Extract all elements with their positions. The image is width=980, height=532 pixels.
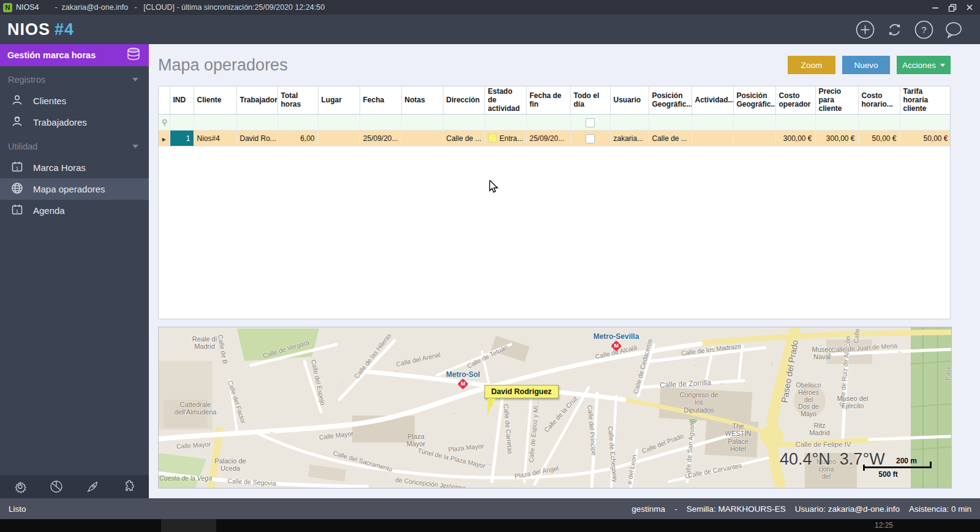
filter-cell-18[interactable] xyxy=(900,115,951,131)
row-cell-8[interactable]: Entra... xyxy=(484,131,526,146)
filter-cell-9[interactable] xyxy=(526,115,570,131)
column-header-3[interactable]: Total horas xyxy=(277,86,318,115)
sidebar-item-clientes[interactable]: Clientes xyxy=(0,90,149,112)
row-cell-11[interactable]: zakaria... xyxy=(610,131,649,146)
column-header-15[interactable]: Costo operador xyxy=(775,86,815,115)
scale-metric: 200 m xyxy=(863,457,932,465)
column-header-13[interactable]: Actividad... xyxy=(692,86,733,115)
records-grid[interactable]: INDClienteTrabajadorTotal horasLugarFech… xyxy=(158,86,951,319)
settings-gear-icon[interactable] xyxy=(12,479,28,495)
acciones-button[interactable]: Acciones xyxy=(897,56,951,74)
row-cell-18[interactable]: 50,00 € xyxy=(900,131,951,146)
row-expander-icon: ▶ xyxy=(162,137,166,142)
metro-station-label: Metro-Sevilla xyxy=(594,332,639,341)
filter-checkbox[interactable] xyxy=(586,118,595,127)
column-header-7[interactable]: Dirección xyxy=(443,86,484,115)
column-header-16[interactable]: Precio para cliente xyxy=(815,86,858,115)
pie-chart-icon[interactable] xyxy=(48,479,64,495)
filter-cell-6[interactable] xyxy=(401,115,443,131)
sidebar-section-utilidad[interactable]: Utilidad xyxy=(0,136,149,157)
row-cell-5[interactable]: 25/09/20... xyxy=(360,131,401,146)
column-header-0[interactable]: IND xyxy=(170,86,194,115)
metro-icon: M xyxy=(458,378,469,389)
filter-cell-1[interactable] xyxy=(194,115,236,131)
sidebar-section-registros[interactable]: Registros xyxy=(0,69,149,90)
column-header-5[interactable]: Fecha xyxy=(360,86,401,115)
sidebar-item-mapa-operadores[interactable]: Mapa operadores xyxy=(0,178,149,200)
row-cell-ind[interactable]: 1 xyxy=(170,131,194,146)
filter-cell-15[interactable] xyxy=(775,115,815,131)
filter-cell-13[interactable] xyxy=(692,115,733,131)
column-header-11[interactable]: Usuario xyxy=(610,86,649,115)
row-cell-6[interactable] xyxy=(401,131,443,146)
column-header-6[interactable]: Notas xyxy=(401,86,443,115)
filter-cell-4[interactable] xyxy=(318,115,360,131)
filter-cell-3[interactable] xyxy=(277,115,318,131)
column-header-17[interactable]: Costo horario... xyxy=(858,86,900,115)
row-cell-10[interactable] xyxy=(570,131,610,146)
row-cell-14[interactable] xyxy=(733,131,775,146)
puzzle-icon[interactable] xyxy=(121,479,137,495)
page-title: Mapa operadores xyxy=(158,56,781,75)
column-header-10[interactable]: Todo el día xyxy=(570,86,610,115)
filter-cell-0[interactable] xyxy=(170,115,194,131)
filter-cell-12[interactable] xyxy=(649,115,692,131)
sidebar-module-header[interactable]: Gestión marca horas xyxy=(0,44,149,66)
table-row[interactable]: ▶1Nios#4David Ro...6,0025/09/20...Calle … xyxy=(159,131,951,146)
filter-cell-16[interactable] xyxy=(815,115,858,131)
row-cell-4[interactable] xyxy=(318,131,360,146)
filter-cell-5[interactable] xyxy=(360,115,401,131)
filter-cell-7[interactable] xyxy=(443,115,484,131)
taskbar-clock: 12:25 xyxy=(875,521,893,530)
row-cell-3[interactable]: 6,00 xyxy=(277,131,318,146)
help-icon[interactable]: ? xyxy=(914,20,933,39)
filter-cell-17[interactable] xyxy=(858,115,900,131)
row-cell-15[interactable]: 300,00 € xyxy=(775,131,815,146)
taskbar-app-button[interactable] xyxy=(161,519,216,532)
filter-cell-10[interactable] xyxy=(570,115,610,131)
row-cell-7[interactable]: Calle de ... xyxy=(443,131,484,146)
column-header-9[interactable]: Fecha de fin xyxy=(526,86,570,115)
minimize-button[interactable] xyxy=(931,3,940,12)
row-cell-1[interactable]: Nios#4 xyxy=(194,131,236,146)
rocket-icon[interactable] xyxy=(85,479,100,495)
restore-button[interactable] xyxy=(948,3,957,12)
column-header-14[interactable]: Posición Geográfic... xyxy=(733,86,775,115)
filter-cell-2[interactable] xyxy=(236,115,277,131)
main-content: Mapa operadores Zoom Nuevo Acciones INDC… xyxy=(149,44,980,498)
sidebar-item-trabajadores[interactable]: Trabajadores xyxy=(0,112,149,133)
chat-icon[interactable] xyxy=(944,20,963,39)
row-expander[interactable]: ▶ xyxy=(159,131,170,146)
operator-marker[interactable]: David Rodriguez xyxy=(484,385,559,398)
column-header-8[interactable]: Estado de actividad xyxy=(484,86,526,115)
nuevo-button[interactable]: Nuevo xyxy=(842,56,890,74)
metro-station: Metro-SolM xyxy=(446,370,480,388)
column-header-2[interactable]: Trabajador xyxy=(236,86,277,115)
filter-cell-14[interactable] xyxy=(733,115,775,131)
row-cell-17[interactable]: 50,00 € xyxy=(858,131,900,146)
row-cell-12[interactable]: Calle de ... xyxy=(649,131,692,146)
person-icon xyxy=(10,93,24,108)
sync-icon[interactable] xyxy=(885,20,904,39)
os-taskbar[interactable]: 12:25 xyxy=(0,519,980,532)
close-button[interactable] xyxy=(965,3,974,12)
row-cell-16[interactable]: 300,00 € xyxy=(815,131,858,146)
add-icon[interactable] xyxy=(856,20,875,39)
filter-row-cell[interactable]: ⚲ xyxy=(159,115,170,131)
window-titlebar[interactable]: N NIOS4 - zakaria@d-one.info - [CLOUD] -… xyxy=(0,0,980,15)
column-header-12[interactable]: Posición Geográfic... xyxy=(649,86,692,115)
todo-el-dia-checkbox[interactable] xyxy=(586,134,595,143)
row-cell-2[interactable]: David Ro... xyxy=(236,131,277,146)
row-cell-9[interactable]: 25/09/20... xyxy=(526,131,570,146)
column-header-4[interactable]: Lugar xyxy=(318,86,360,115)
sidebar-item-agenda[interactable]: 1 Agenda xyxy=(0,200,149,221)
row-cell-13[interactable] xyxy=(692,131,733,146)
operators-map[interactable]: ←←←→←←→↑→←↓↑Reale di MadridCattedrale de… xyxy=(158,327,952,488)
filter-cell-8[interactable] xyxy=(484,115,526,131)
column-header-18[interactable]: Tarifa horaria cliente xyxy=(900,86,951,115)
filter-cell-11[interactable] xyxy=(610,115,649,131)
map-label: Cuesta de la Vega xyxy=(159,475,212,482)
zoom-button[interactable]: Zoom xyxy=(788,56,835,74)
sidebar-item-marca-horas[interactable]: 1 Marca Horas xyxy=(0,157,149,178)
column-header-1[interactable]: Cliente xyxy=(194,86,236,115)
